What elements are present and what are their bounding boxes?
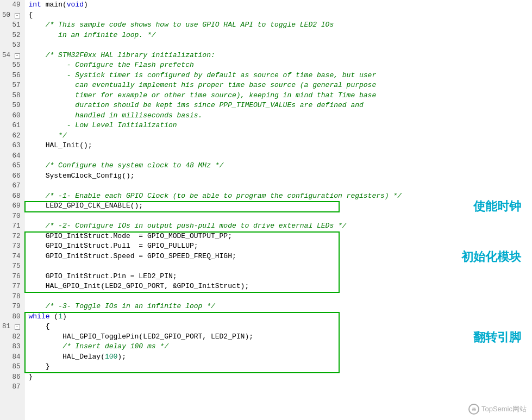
line-num-61: 61 [0, 121, 24, 131]
code-line-63: HAL_Init(); [24, 141, 532, 151]
line-num-80: 80 [0, 312, 24, 322]
code-line-59: duration should be kept 1ms since PPP_TI… [24, 101, 532, 111]
code-line-68: /* -1- Enable each GPIO Clock (to be abl… [24, 191, 532, 202]
line-num-65: 65 [0, 161, 24, 171]
code-line-85: } [24, 362, 532, 372]
code-line-75 [24, 261, 532, 272]
collapse-icon-54[interactable]: - [15, 53, 20, 59]
code-line-57: can eventually implement his proper time… [24, 80, 532, 91]
line-num-60: 60 [0, 111, 24, 121]
code-line-69: LED2_GPIO_CLK_ENABLE(); [24, 201, 532, 211]
code-line-72: GPIO_InitStruct.Mode = GPIO_MODE_OUTPUT_… [24, 231, 532, 242]
line-num-49: 49 [0, 0, 24, 10]
line-num-69: 69 [0, 201, 24, 211]
code-line-76: GPIO_InitStruct.Pin = LED2_PIN; [24, 272, 532, 282]
line-num-82: 82 [0, 332, 24, 342]
code-line-66: SystemClock_Config(); [24, 171, 532, 181]
line-num-72: 72 [0, 231, 24, 242]
code-line-80: while (1) [24, 312, 532, 322]
code-line-84: HAL_Delay(100); [24, 352, 532, 362]
code-line-86: } [24, 372, 532, 383]
code-line-56: - Systick timer is configured by default… [24, 71, 532, 81]
code-line-62: */ [24, 131, 532, 141]
code-line-73: GPIO_InitStruct.Pull = GPIO_PULLUP; [24, 241, 532, 252]
code-line-67 [24, 181, 532, 191]
line-num-55: 55 [0, 60, 24, 71]
line-num-70: 70 [0, 211, 24, 222]
line-num-57: 57 [0, 80, 24, 91]
code-line-52: in an infinite loop. */ [24, 30, 532, 41]
code-line-60: handled in milliseconds basis. [24, 111, 532, 121]
line-num-67: 67 [0, 181, 24, 191]
line-num-84: 84 [0, 352, 24, 362]
line-num-64: 64 [0, 151, 24, 161]
code-line-53 [24, 40, 532, 51]
code-container: 4950 -51525354 -555657585960616263646566… [0, 0, 532, 420]
line-num-68: 68 [0, 191, 24, 202]
line-num-73: 73 [0, 241, 24, 252]
code-line-77: HAL_GPIO_Init(LED2_GPIO_PORT, &GPIO_Init… [24, 281, 532, 292]
code-line-81: { [24, 322, 532, 332]
watermark: ❋ TopSemic网站 [468, 404, 527, 415]
collapse-icon-50[interactable]: - [15, 13, 20, 18]
line-num-71: 71 [0, 221, 24, 231]
watermark-text: TopSemic网站 [481, 404, 527, 414]
line-num-85: 85 [0, 362, 24, 372]
code-line-50: { [24, 10, 532, 21]
code-line-79: /* -3- Toggle IOs in an infinite loop */ [24, 302, 532, 312]
line-num-56: 56 [0, 71, 24, 81]
code-line-82: HAL_GPIO_TogglePin(LED2_GPIO_PORT, LED2_… [24, 332, 532, 342]
line-numbers: 4950 -51525354 -555657585960616263646566… [0, 0, 24, 420]
line-num-74: 74 [0, 252, 24, 262]
line-num-54: 54 - [0, 51, 24, 61]
line-num-66: 66 [0, 171, 24, 181]
code-line-51: /* This sample code shows how to use GPI… [24, 20, 532, 30]
line-num-63: 63 [0, 141, 24, 151]
line-num-75: 75 [0, 261, 24, 272]
code-line-55: - Configure the Flash prefetch [24, 60, 532, 71]
watermark-icon: ❋ [468, 404, 479, 415]
line-num-77: 77 [0, 281, 24, 292]
code-line-58: timer for example or other time source),… [24, 91, 532, 101]
code-line-61: - Low Level Initialization [24, 121, 532, 131]
code-line-78 [24, 292, 532, 302]
code-line-64 [24, 151, 532, 161]
code-line-54: /* STM32F0xx HAL library initialization: [24, 51, 532, 61]
code-line-49: int main(void) [24, 0, 532, 10]
code-line-83: /* Insert delay 100 ms */ [24, 342, 532, 352]
code-line-70 [24, 211, 532, 222]
code-area: int main(void){ /* This sample code show… [24, 0, 532, 420]
line-num-78: 78 [0, 292, 24, 302]
line-num-52: 52 [0, 30, 24, 41]
line-num-50: 50 - [0, 10, 24, 21]
line-num-59: 59 [0, 101, 24, 111]
line-num-58: 58 [0, 91, 24, 101]
line-num-62: 62 [0, 131, 24, 141]
line-num-81: 81 - [0, 322, 24, 332]
line-num-51: 51 [0, 20, 24, 30]
code-line-65: /* Configure the system clock to 48 MHz … [24, 161, 532, 171]
collapse-icon-81[interactable]: - [15, 324, 20, 330]
line-num-87: 87 [0, 382, 24, 392]
code-line-87 [24, 382, 532, 392]
code-line-74: GPIO_InitStruct.Speed = GPIO_SPEED_FREQ_… [24, 252, 532, 262]
line-num-53: 53 [0, 40, 24, 51]
line-num-76: 76 [0, 272, 24, 282]
code-line-71: /* -2- Configure IOs in output push-pull… [24, 221, 532, 231]
line-num-79: 79 [0, 302, 24, 312]
line-num-86: 86 [0, 372, 24, 383]
line-num-83: 83 [0, 342, 24, 352]
